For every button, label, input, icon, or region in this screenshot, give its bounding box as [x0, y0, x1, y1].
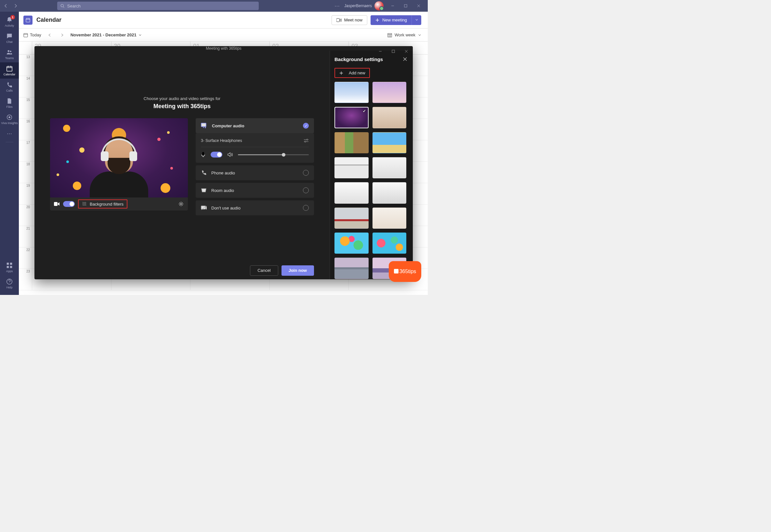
- bg-thumb[interactable]: [335, 258, 369, 279]
- radio-icon: [303, 170, 309, 176]
- camera-toggle[interactable]: [63, 201, 75, 207]
- rail-label: Files: [6, 105, 12, 108]
- cancel-button[interactable]: Cancel: [250, 265, 278, 276]
- gear-icon[interactable]: [178, 201, 184, 207]
- bg-thumb[interactable]: [373, 208, 407, 229]
- history-back-button[interactable]: [1, 1, 10, 10]
- svg-rect-10: [10, 266, 12, 268]
- prev-period-button[interactable]: [46, 31, 54, 39]
- svg-point-6: [8, 116, 10, 118]
- rail-activity[interactable]: Activity 1: [0, 14, 19, 30]
- window-close-button[interactable]: [412, 1, 425, 11]
- video-controls: Background filters: [50, 197, 188, 210]
- rail-viva[interactable]: Viva Insights: [0, 111, 19, 127]
- today-icon: [23, 33, 28, 37]
- bg-thumb[interactable]: [335, 132, 369, 153]
- activity-badge: 1: [10, 15, 15, 19]
- bg-thumb[interactable]: [335, 182, 369, 203]
- search-placeholder: Search: [67, 4, 81, 8]
- bg-thumb[interactable]: [373, 132, 407, 153]
- calendar-toolbar: Today November 2021 - December 2021 Work…: [19, 29, 428, 42]
- rail-help[interactable]: Help: [0, 275, 19, 292]
- rail-label: Apps: [6, 270, 13, 273]
- svg-rect-12: [26, 19, 30, 22]
- rail-label: Calendar: [4, 73, 16, 76]
- chevron-down-icon: [138, 33, 142, 37]
- rail-divider: [6, 142, 13, 142]
- new-meeting-chevron[interactable]: [411, 15, 421, 25]
- svg-rect-7: [7, 263, 9, 265]
- audio-option-computer[interactable]: Computer audio: [196, 118, 314, 133]
- search-input[interactable]: Search: [57, 2, 259, 10]
- join-now-button[interactable]: Join now: [282, 265, 314, 276]
- prejoin-meeting-title: Meeting with 365tips: [50, 103, 314, 110]
- page-title: Calendar: [36, 17, 61, 23]
- chevron-down-icon: [418, 33, 421, 37]
- svg-rect-19: [201, 123, 206, 127]
- next-period-button[interactable]: [58, 31, 66, 39]
- calendar-view-icon: [387, 33, 392, 37]
- dialog-maximize-button[interactable]: [387, 46, 400, 57]
- svg-point-2: [8, 50, 10, 52]
- rail-files[interactable]: Files: [0, 95, 19, 111]
- background-settings-panel: Background settings Add new: [330, 51, 413, 279]
- rail-calendar[interactable]: Calendar: [0, 62, 19, 79]
- svg-rect-15: [388, 33, 392, 37]
- hour-label: 23: [19, 269, 32, 290]
- hour-label: 15: [19, 97, 32, 119]
- bg-thumb-selected[interactable]: [335, 107, 369, 128]
- speaker-icon: [228, 152, 233, 157]
- mic-icon: [201, 152, 206, 158]
- mic-toggle[interactable]: [211, 152, 222, 158]
- dialog-minimize-button[interactable]: [374, 46, 387, 57]
- bg-thumb[interactable]: [335, 208, 369, 229]
- title-bar: Search ⋯ JasperBernaers: [0, 0, 428, 12]
- hour-label: 21: [19, 226, 32, 247]
- prejoin-dialog: Meeting with 365tips Choose your audio a…: [34, 46, 413, 279]
- background-thumbnails-grid: [335, 82, 408, 279]
- bg-thumb[interactable]: [373, 182, 407, 203]
- svg-rect-14: [24, 33, 28, 37]
- no-audio-icon: [201, 205, 207, 210]
- rail-apps[interactable]: Apps: [0, 259, 19, 275]
- bg-thumb[interactable]: [335, 82, 369, 103]
- new-meeting-button[interactable]: New meeting: [371, 15, 411, 25]
- app-rail: Activity 1 Chat Teams Calendar Calls Fil…: [0, 12, 19, 295]
- rail-teams[interactable]: Teams: [0, 46, 19, 62]
- rail-calls[interactable]: Calls: [0, 79, 19, 95]
- more-button[interactable]: ⋯: [333, 3, 342, 9]
- bg-thumb[interactable]: [373, 157, 407, 178]
- bg-thumb[interactable]: [373, 82, 407, 103]
- bg-thumb[interactable]: [335, 233, 369, 254]
- svg-point-0: [61, 4, 63, 7]
- rail-chat[interactable]: Chat: [0, 30, 19, 46]
- dialog-close-button[interactable]: [400, 46, 413, 57]
- bg-thumb[interactable]: [373, 107, 407, 128]
- add-new-background-button[interactable]: Add new: [335, 68, 370, 78]
- window-maximize-button[interactable]: [399, 1, 412, 11]
- plus-icon: [375, 18, 380, 22]
- svg-rect-8: [10, 263, 12, 265]
- audio-option-none[interactable]: Don't use audio: [196, 200, 314, 215]
- volume-slider[interactable]: [238, 154, 309, 155]
- bg-thumb[interactable]: [373, 233, 407, 254]
- background-filters-button[interactable]: Background filters: [78, 199, 127, 209]
- computer-audio-icon: [201, 123, 208, 129]
- prejoin-subtitle: Choose your audio and video settings for: [50, 96, 314, 101]
- today-button[interactable]: Today: [23, 32, 41, 37]
- sliders-icon[interactable]: [304, 139, 309, 143]
- audio-option-room[interactable]: Room audio: [196, 183, 314, 198]
- meet-now-button[interactable]: Meet now: [332, 15, 367, 25]
- svg-point-21: [305, 141, 306, 142]
- audio-option-phone[interactable]: Phone audio: [196, 165, 314, 180]
- date-range-picker[interactable]: November 2021 - December 2021: [70, 32, 142, 37]
- hour-label: 22: [19, 247, 32, 269]
- user-avatar[interactable]: [374, 1, 384, 10]
- rail-more[interactable]: ⋯: [7, 127, 12, 140]
- window-minimize-button[interactable]: [386, 1, 399, 11]
- audio-device-settings: 3- Surface Headphones: [196, 133, 314, 163]
- history-forward-button[interactable]: [11, 1, 20, 10]
- prejoin-main: Choose your audio and video settings for…: [34, 51, 330, 279]
- view-picker[interactable]: Work week: [387, 32, 421, 37]
- bg-thumb[interactable]: [335, 157, 369, 178]
